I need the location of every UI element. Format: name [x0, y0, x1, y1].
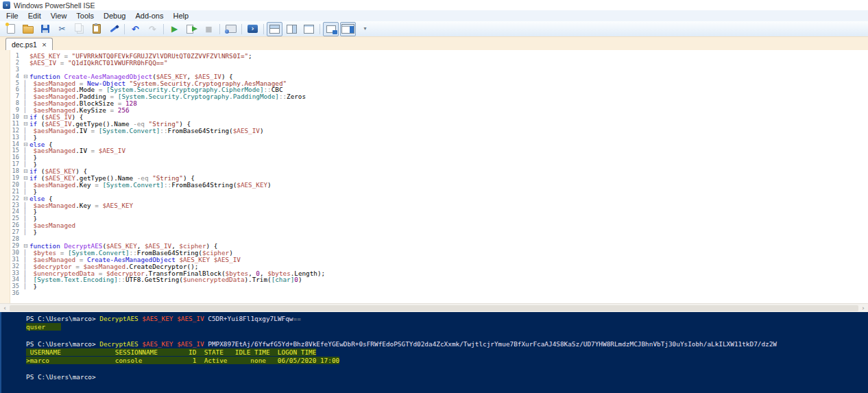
fold-marker: │ [23, 209, 29, 215]
fold-marker: │ [23, 202, 29, 209]
code-line: 36 [0, 290, 868, 297]
new-remote-powershell-tab-button[interactable] [223, 22, 239, 36]
layout-top-icon [269, 25, 280, 34]
console-pane[interactable]: PS C:\Users\marco> DecryptAES $AES_KEY $… [0, 312, 868, 393]
console-text: PMPX897EtAj/6YfwfG5Yd+Bhz8VkEfeYGEwDbR+0… [208, 340, 777, 348]
show-command-addon-button[interactable] [340, 22, 356, 36]
window-title: Windows PowerShell ISE [14, 1, 95, 10]
show-script-pane-right-button[interactable] [284, 22, 300, 36]
console-line: quser [26, 323, 868, 331]
code-line: 8│ $aesManaged.BlockSize = 128 [0, 100, 868, 107]
fold-marker: │ [23, 270, 29, 277]
fold-collapse-icon[interactable]: ⊟ [23, 175, 29, 182]
fold-collapse-icon[interactable]: ⊟ [23, 121, 29, 128]
tab-label: dec.ps1 [12, 40, 37, 49]
fold-marker: │ [23, 93, 29, 100]
menu-item-tools[interactable]: Tools [71, 11, 99, 21]
show-command-window-button[interactable] [323, 22, 339, 36]
console-output-highlighted: USERNAME SESSIONNAME ID STATE IDLE TIME … [26, 348, 316, 356]
breakpoint-margin [0, 50, 10, 303]
open-script-button[interactable] [20, 22, 36, 36]
code-line: 24│ } [0, 209, 868, 215]
console-line [26, 365, 868, 373]
menu-bar: FileEditViewToolsDebugAdd-onsHelp [0, 10, 868, 21]
console-output-highlighted: quser [26, 323, 61, 331]
console-text: PS C:\Users\marco> [26, 340, 99, 348]
menu-item-view[interactable]: View [46, 11, 72, 21]
fold-marker: │ [23, 229, 29, 236]
start-powershell-exe-button[interactable]: › [245, 22, 261, 36]
show-script-pane-top-button[interactable] [267, 22, 282, 36]
open-folder-icon [23, 26, 34, 34]
console-line: >marco console 1 Active none 06/05/2020 … [26, 357, 868, 365]
fold-marker: │ [23, 128, 29, 134]
clear-console-button[interactable] [106, 22, 121, 36]
fold-marker: │ [23, 107, 29, 114]
command-addon-icon [341, 24, 354, 34]
menu-item-debug[interactable]: Debug [99, 11, 130, 21]
run-script-button[interactable]: ▶ [167, 22, 182, 36]
run-selection-button[interactable] [184, 22, 200, 36]
code-line: 25│ } [0, 215, 868, 222]
undo-button[interactable]: ↶ [128, 22, 143, 36]
copy-button[interactable] [71, 22, 87, 36]
fold-marker: │ [23, 263, 29, 270]
scrollbar-thumb[interactable] [10, 305, 858, 311]
console-text: $AES_KEY $AES_IV [142, 340, 208, 348]
toolbar-separator [320, 24, 320, 34]
code-text: } [29, 283, 37, 290]
toolbar-separator [163, 24, 164, 34]
undo-icon: ↶ [132, 25, 139, 34]
script-editor[interactable]: 1$AES_KEY = "UFVRRkNTQ0FEVkFGRUJZVlVDRUt… [0, 50, 868, 303]
fold-collapse-icon[interactable]: ⊟ [23, 243, 29, 250]
fold-marker: │ [23, 100, 29, 107]
code-line: 26│ $aesManaged [0, 222, 868, 229]
code-line: 9│ $aesManaged.KeySize = 256 [0, 107, 868, 114]
clear-console-icon [109, 24, 119, 34]
fold-marker [23, 60, 29, 67]
console-text: PS C:\Users\marco> [26, 373, 96, 381]
tab-dec-ps1[interactable]: dec.ps1 × [5, 38, 53, 50]
menu-item-file[interactable]: File [1, 11, 23, 21]
fold-marker: │ [23, 215, 29, 222]
fold-marker: │ [23, 250, 29, 257]
fold-marker: │ [23, 86, 29, 93]
remote-tab-icon [226, 25, 237, 33]
fold-collapse-icon[interactable]: ⊟ [23, 114, 29, 121]
run-icon: ▶ [171, 25, 178, 33]
new-script-button[interactable] [3, 22, 19, 36]
fold-collapse-icon[interactable]: ⊟ [23, 141, 29, 148]
save-button[interactable] [37, 22, 53, 36]
code-text: $aesManaged.IV = [System.Convert]::FromB… [29, 128, 264, 134]
cut-button[interactable]: ✂ [54, 22, 70, 36]
new-file-icon [7, 24, 15, 34]
redo-button[interactable]: ↷ [145, 22, 160, 36]
fold-collapse-icon[interactable]: ⊟ [23, 168, 29, 175]
fold-marker [23, 290, 29, 297]
console-output-highlighted: >marco console 1 Active none 06/05/2020 … [26, 357, 339, 364]
fold-collapse-icon[interactable]: ⊟ [23, 195, 29, 202]
code-line: 35│ } [0, 283, 868, 290]
scroll-right-icon[interactable]: › [858, 305, 868, 312]
scroll-left-icon[interactable]: ‹ [0, 305, 10, 312]
menu-item-help[interactable]: Help [168, 11, 193, 21]
redo-icon: ↷ [149, 25, 156, 34]
fold-marker: │ [23, 276, 29, 283]
toolbar-overflow-button[interactable]: ▾ [357, 22, 373, 36]
fold-marker: │ [23, 222, 29, 229]
console-text: DecryptAES [99, 315, 142, 322]
menu-item-edit[interactable]: Edit [23, 11, 46, 21]
console-text: $AES_KEY $AES_IV [142, 315, 208, 322]
fold-marker: │ [23, 189, 29, 195]
paste-button[interactable] [88, 22, 104, 36]
code-line: 27│ } [0, 229, 868, 236]
console-text: == [293, 315, 300, 322]
editor-horizontal-scrollbar[interactable]: ‹ › [0, 303, 868, 312]
toolbar-separator [124, 24, 125, 34]
console-line: PS C:\Users\marco> DecryptAES $AES_KEY $… [26, 315, 868, 323]
show-script-pane-maximized-button[interactable] [301, 22, 317, 36]
fold-collapse-icon[interactable]: ⊟ [23, 73, 29, 80]
tab-close-icon[interactable]: × [42, 41, 47, 48]
menu-item-add-ons[interactable]: Add-ons [130, 11, 168, 21]
stop-operation-button[interactable]: ■ [201, 22, 217, 36]
